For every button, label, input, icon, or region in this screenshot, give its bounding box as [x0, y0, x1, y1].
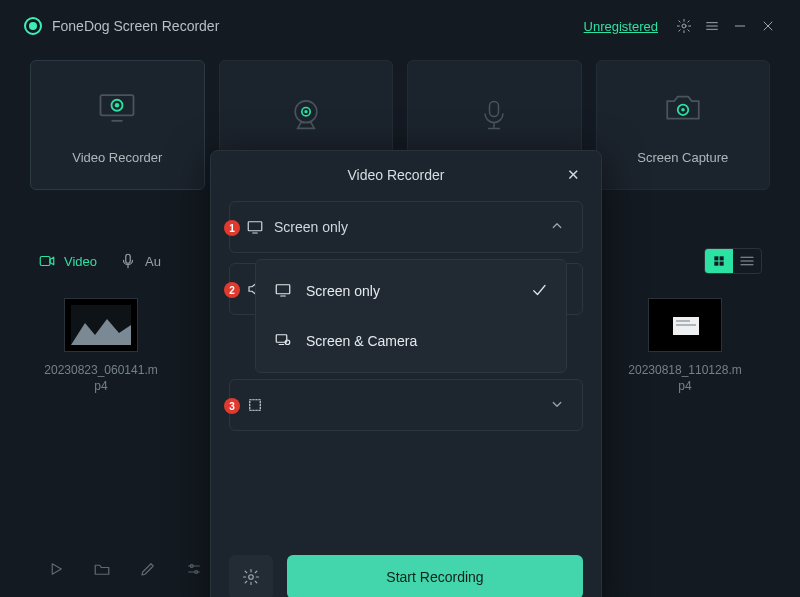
svg-rect-26	[720, 262, 724, 266]
option-label: Screen only	[306, 283, 380, 299]
adjust-icon[interactable]	[176, 553, 212, 585]
svg-marker-38	[52, 564, 61, 575]
chevron-up-icon	[548, 217, 566, 238]
thumbnail-filename: 20230818_110128.mp4	[626, 362, 744, 394]
dialog-settings-button[interactable]	[229, 555, 273, 597]
app-logo-icon	[24, 17, 42, 35]
svg-point-0	[682, 24, 686, 28]
source-dropdown: Screen only Screen & Camera	[255, 259, 567, 373]
webcam-icon	[284, 93, 328, 137]
svg-rect-24	[720, 256, 724, 260]
thumbnail-icon	[648, 298, 722, 352]
monitor-record-icon	[95, 86, 139, 130]
view-toggle	[704, 248, 762, 274]
settings-gear-icon[interactable]	[670, 12, 698, 40]
filter-video-label: Video	[64, 254, 97, 269]
menu-icon[interactable]	[698, 12, 726, 40]
dropdown-option-screen-only[interactable]: Screen only	[256, 266, 566, 316]
selection-area-icon	[244, 380, 266, 430]
svg-point-18	[681, 108, 685, 112]
list-item[interactable]: 20230818_110128.mp4	[626, 298, 744, 394]
monitor-icon	[244, 202, 266, 252]
grid-view-icon[interactable]	[705, 249, 733, 273]
filter-video[interactable]: Video	[38, 252, 97, 270]
thumbnail-icon	[64, 298, 138, 352]
svg-rect-44	[248, 222, 262, 231]
source-select-row[interactable]: 1 Screen only	[229, 201, 583, 253]
svg-point-13	[304, 110, 307, 113]
svg-rect-19	[40, 257, 50, 266]
monitor-camera-icon	[274, 331, 292, 352]
title-bar: FoneDog Screen Recorder Unregistered	[0, 0, 800, 52]
svg-rect-23	[714, 256, 718, 260]
area-select-row[interactable]: 3	[229, 379, 583, 431]
dialog-close-icon[interactable]: ✕	[563, 165, 583, 185]
filter-audio[interactable]: Au	[119, 252, 161, 270]
source-label: Screen only	[274, 219, 348, 235]
app-title: FoneDog Screen Recorder	[52, 18, 219, 34]
svg-rect-14	[490, 102, 499, 117]
microphone-icon	[472, 93, 516, 137]
chevron-down-icon	[548, 395, 566, 416]
camera-icon	[661, 86, 705, 130]
step-badge: 1	[224, 220, 240, 236]
svg-point-53	[249, 575, 254, 580]
folder-icon[interactable]	[84, 553, 120, 585]
video-recorder-dialog: Video Recorder ✕ 1 Screen only 2 3	[210, 150, 602, 597]
dropdown-option-screen-camera[interactable]: Screen & Camera	[256, 316, 566, 366]
thumbnail-filename: 20230823_060141.mp4	[42, 362, 160, 394]
start-label: Start Recording	[386, 569, 483, 585]
svg-rect-37	[676, 324, 696, 326]
svg-rect-47	[250, 400, 261, 411]
edit-icon[interactable]	[130, 553, 166, 585]
check-icon	[530, 281, 548, 302]
close-icon[interactable]	[754, 12, 782, 40]
option-label: Screen & Camera	[306, 333, 417, 349]
svg-point-10	[115, 102, 120, 107]
step-badge: 3	[224, 398, 240, 414]
svg-rect-36	[676, 320, 690, 322]
filter-audio-label: Au	[145, 254, 161, 269]
minimize-icon[interactable]	[726, 12, 754, 40]
mode-label: Video Recorder	[72, 150, 162, 165]
play-icon[interactable]	[38, 553, 74, 585]
svg-rect-21	[126, 254, 131, 263]
svg-rect-25	[714, 262, 718, 266]
start-recording-button[interactable]: Start Recording	[287, 555, 583, 597]
unregistered-link[interactable]: Unregistered	[584, 19, 658, 34]
step-badge: 2	[224, 282, 240, 298]
monitor-icon	[274, 281, 292, 302]
list-view-icon[interactable]	[733, 249, 761, 273]
list-item[interactable]: 20230823_060141.mp4	[42, 298, 160, 394]
mode-screen-capture[interactable]: Screen Capture	[596, 60, 771, 190]
mode-video-recorder[interactable]: Video Recorder	[30, 60, 205, 190]
svg-rect-48	[276, 284, 290, 293]
mode-label: Screen Capture	[637, 150, 728, 165]
dialog-title: Video Recorder	[229, 167, 563, 183]
